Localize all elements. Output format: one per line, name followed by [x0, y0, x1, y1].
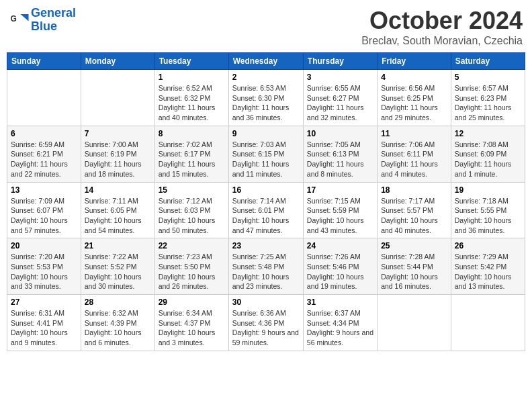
calendar-cell: 20Sunrise: 7:20 AM Sunset: 5:53 PM Dayli…	[7, 238, 81, 295]
day-number: 11	[381, 129, 447, 138]
day-info: Sunrise: 7:18 AM Sunset: 5:55 PM Dayligh…	[455, 196, 521, 236]
page-header: G General Blue October 2024 Breclav, Sou…	[7, 7, 525, 47]
calendar-cell: 6Sunrise: 6:59 AM Sunset: 6:21 PM Daylig…	[7, 126, 81, 182]
day-info: Sunrise: 6:37 AM Sunset: 4:34 PM Dayligh…	[307, 308, 373, 348]
day-number: 19	[455, 185, 521, 195]
day-number: 6	[11, 129, 77, 138]
day-info: Sunrise: 6:52 AM Sunset: 6:32 PM Dayligh…	[159, 83, 225, 123]
day-number: 7	[85, 129, 151, 138]
day-number: 26	[455, 241, 521, 250]
day-number: 28	[85, 298, 151, 307]
calendar-cell	[81, 70, 154, 126]
day-info: Sunrise: 7:11 AM Sunset: 6:05 PM Dayligh…	[85, 196, 151, 236]
day-info: Sunrise: 7:02 AM Sunset: 6:17 PM Dayligh…	[159, 140, 225, 179]
calendar-cell: 7Sunrise: 7:00 AM Sunset: 6:19 PM Daylig…	[81, 126, 154, 182]
calendar-cell	[451, 295, 525, 351]
month-title: October 2024	[361, 7, 523, 35]
day-header-wednesday: Wednesday	[228, 53, 303, 70]
logo-icon: G	[9, 10, 30, 30]
logo-text: General Blue	[31, 7, 76, 34]
calendar-week-row: 27Sunrise: 6:31 AM Sunset: 4:41 PM Dayli…	[7, 295, 525, 351]
day-info: Sunrise: 7:06 AM Sunset: 6:11 PM Dayligh…	[381, 140, 447, 179]
calendar-header-row: SundayMondayTuesdayWednesdayThursdayFrid…	[7, 53, 525, 70]
calendar-cell: 15Sunrise: 7:12 AM Sunset: 6:03 PM Dayli…	[154, 182, 228, 238]
day-number: 25	[381, 241, 447, 250]
day-number: 22	[159, 241, 225, 250]
logo-line2: Blue	[31, 19, 57, 33]
calendar-week-row: 1Sunrise: 6:52 AM Sunset: 6:32 PM Daylig…	[7, 70, 525, 126]
calendar-cell: 21Sunrise: 7:22 AM Sunset: 5:52 PM Dayli…	[81, 238, 154, 295]
svg-text:G: G	[11, 13, 17, 23]
calendar-cell: 5Sunrise: 6:57 AM Sunset: 6:23 PM Daylig…	[451, 70, 525, 126]
day-number: 20	[11, 241, 77, 250]
day-info: Sunrise: 7:20 AM Sunset: 5:53 PM Dayligh…	[11, 252, 77, 291]
day-number: 29	[159, 298, 225, 307]
title-block: October 2024 Breclav, South Moravian, Cz…	[361, 7, 523, 47]
day-info: Sunrise: 6:57 AM Sunset: 6:23 PM Dayligh…	[455, 83, 521, 123]
calendar-cell: 1Sunrise: 6:52 AM Sunset: 6:32 PM Daylig…	[154, 70, 228, 126]
day-info: Sunrise: 7:17 AM Sunset: 5:57 PM Dayligh…	[381, 196, 447, 236]
day-number: 3	[307, 73, 373, 82]
day-info: Sunrise: 7:28 AM Sunset: 5:44 PM Dayligh…	[381, 252, 447, 291]
day-info: Sunrise: 7:14 AM Sunset: 6:01 PM Dayligh…	[232, 196, 300, 236]
calendar-cell: 9Sunrise: 7:03 AM Sunset: 6:15 PM Daylig…	[228, 126, 303, 182]
day-number: 9	[232, 129, 300, 138]
calendar-cell: 17Sunrise: 7:15 AM Sunset: 5:59 PM Dayli…	[303, 182, 377, 238]
calendar-cell: 23Sunrise: 7:25 AM Sunset: 5:48 PM Dayli…	[228, 238, 303, 295]
day-header-sunday: Sunday	[7, 53, 81, 70]
calendar-cell: 10Sunrise: 7:05 AM Sunset: 6:13 PM Dayli…	[303, 126, 377, 182]
day-number: 12	[455, 129, 521, 138]
calendar-cell: 18Sunrise: 7:17 AM Sunset: 5:57 PM Dayli…	[378, 182, 451, 238]
day-number: 27	[11, 298, 77, 307]
day-info: Sunrise: 7:09 AM Sunset: 6:07 PM Dayligh…	[11, 196, 77, 236]
calendar-cell: 29Sunrise: 6:34 AM Sunset: 4:37 PM Dayli…	[154, 295, 228, 351]
logo: G General Blue	[9, 7, 76, 34]
day-header-friday: Friday	[378, 53, 451, 70]
calendar-cell	[378, 295, 451, 351]
day-info: Sunrise: 6:59 AM Sunset: 6:21 PM Dayligh…	[11, 140, 77, 179]
day-info: Sunrise: 6:34 AM Sunset: 4:37 PM Dayligh…	[159, 308, 225, 348]
day-info: Sunrise: 7:08 AM Sunset: 6:09 PM Dayligh…	[455, 140, 521, 179]
day-info: Sunrise: 6:31 AM Sunset: 4:41 PM Dayligh…	[11, 308, 77, 348]
calendar-cell: 8Sunrise: 7:02 AM Sunset: 6:17 PM Daylig…	[154, 126, 228, 182]
day-info: Sunrise: 6:32 AM Sunset: 4:39 PM Dayligh…	[85, 308, 151, 348]
day-number: 24	[307, 241, 373, 250]
day-info: Sunrise: 7:23 AM Sunset: 5:50 PM Dayligh…	[159, 252, 225, 291]
day-header-thursday: Thursday	[303, 53, 377, 70]
calendar-cell: 13Sunrise: 7:09 AM Sunset: 6:07 PM Dayli…	[7, 182, 81, 238]
day-number: 31	[307, 298, 373, 307]
calendar-cell: 28Sunrise: 6:32 AM Sunset: 4:39 PM Dayli…	[81, 295, 154, 351]
calendar-cell: 25Sunrise: 7:28 AM Sunset: 5:44 PM Dayli…	[378, 238, 451, 295]
day-number: 8	[159, 129, 225, 138]
day-info: Sunrise: 6:55 AM Sunset: 6:27 PM Dayligh…	[307, 83, 373, 123]
day-info: Sunrise: 7:12 AM Sunset: 6:03 PM Dayligh…	[159, 196, 225, 236]
day-number: 16	[232, 185, 300, 195]
calendar-week-row: 6Sunrise: 6:59 AM Sunset: 6:21 PM Daylig…	[7, 126, 525, 182]
day-number: 2	[232, 73, 300, 82]
day-info: Sunrise: 7:25 AM Sunset: 5:48 PM Dayligh…	[232, 252, 300, 291]
day-number: 4	[381, 73, 447, 82]
day-info: Sunrise: 7:00 AM Sunset: 6:19 PM Dayligh…	[85, 140, 151, 179]
calendar-week-row: 13Sunrise: 7:09 AM Sunset: 6:07 PM Dayli…	[7, 182, 525, 238]
day-number: 10	[307, 129, 373, 138]
day-info: Sunrise: 7:26 AM Sunset: 5:46 PM Dayligh…	[307, 252, 373, 291]
calendar-cell: 2Sunrise: 6:53 AM Sunset: 6:30 PM Daylig…	[228, 70, 303, 126]
location: Breclav, South Moravian, Czechia	[361, 35, 523, 47]
calendar-cell: 22Sunrise: 7:23 AM Sunset: 5:50 PM Dayli…	[154, 238, 228, 295]
day-info: Sunrise: 6:36 AM Sunset: 4:36 PM Dayligh…	[232, 308, 300, 348]
day-info: Sunrise: 7:15 AM Sunset: 5:59 PM Dayligh…	[307, 196, 373, 236]
day-number: 21	[85, 241, 151, 250]
calendar-cell: 16Sunrise: 7:14 AM Sunset: 6:01 PM Dayli…	[228, 182, 303, 238]
day-header-saturday: Saturday	[451, 53, 525, 70]
calendar-cell: 27Sunrise: 6:31 AM Sunset: 4:41 PM Dayli…	[7, 295, 81, 351]
calendar-cell: 12Sunrise: 7:08 AM Sunset: 6:09 PM Dayli…	[451, 126, 525, 182]
day-number: 14	[85, 185, 151, 195]
logo-line1: General	[31, 6, 76, 19]
day-info: Sunrise: 7:03 AM Sunset: 6:15 PM Dayligh…	[232, 140, 300, 179]
day-number: 30	[232, 298, 300, 307]
day-number: 1	[159, 73, 225, 82]
calendar-cell: 4Sunrise: 6:56 AM Sunset: 6:25 PM Daylig…	[378, 70, 451, 126]
calendar-cell: 19Sunrise: 7:18 AM Sunset: 5:55 PM Dayli…	[451, 182, 525, 238]
day-info: Sunrise: 7:05 AM Sunset: 6:13 PM Dayligh…	[307, 140, 373, 179]
day-info: Sunrise: 7:29 AM Sunset: 5:42 PM Dayligh…	[455, 252, 521, 291]
